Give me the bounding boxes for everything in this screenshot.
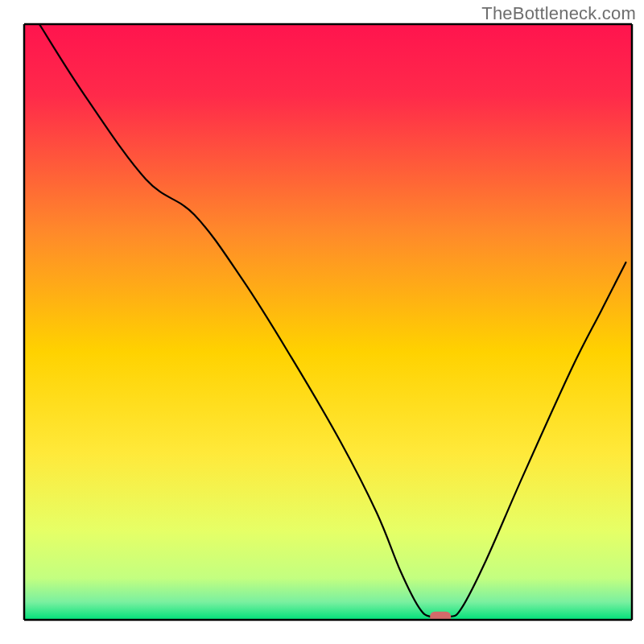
watermark-text: TheBottleneck.com xyxy=(481,3,636,24)
bottleneck-chart xyxy=(0,0,644,644)
gradient-background xyxy=(24,24,632,620)
chart-container: TheBottleneck.com xyxy=(0,0,644,644)
